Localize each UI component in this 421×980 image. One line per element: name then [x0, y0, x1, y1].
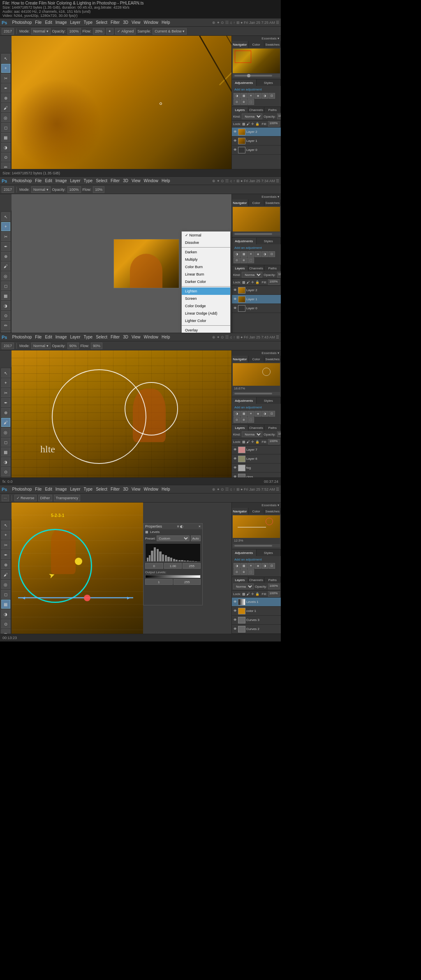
- tab-channels-3[interactable]: Channels: [248, 425, 265, 431]
- flow-value-2[interactable]: 10%: [93, 186, 104, 193]
- tool-dodge-2[interactable]: ⊙: [1, 311, 10, 320]
- menu-edit-1[interactable]: Edit: [45, 20, 52, 25]
- dither-cb-4[interactable]: Dither: [38, 495, 52, 501]
- opacity-value-1[interactable]: 100%: [67, 28, 81, 35]
- tab-adjustments-1[interactable]: Adjustments: [232, 79, 257, 86]
- preset-select-4[interactable]: Custom: [157, 535, 189, 541]
- tab-swatches-2[interactable]: Swatches: [264, 199, 281, 206]
- tool-lasso-2[interactable]: ⌖: [1, 222, 10, 231]
- eye-color1-4[interactable]: 👁: [233, 609, 237, 613]
- tool-blur-1[interactable]: ◑: [1, 143, 10, 152]
- tab-color-4[interactable]: Color: [248, 508, 265, 514]
- tab-color-1[interactable]: Color: [248, 41, 265, 48]
- adj-photo-1[interactable]: ⊙: [234, 99, 240, 105]
- tool-pen-3[interactable]: ✏: [1, 477, 10, 477]
- tab-adjustments-3[interactable]: Adjustments: [232, 397, 257, 404]
- nav-slider-3[interactable]: [233, 392, 280, 395]
- input-black-4[interactable]: 0: [145, 563, 163, 569]
- eye-clms-3[interactable]: 👁: [233, 475, 237, 478]
- tool-gradient-1[interactable]: ▦: [1, 133, 10, 142]
- adj-btn3-4[interactable]: ☀: [248, 563, 254, 569]
- adj-btn6-4[interactable]: ⊡: [268, 563, 275, 569]
- menu-image-4[interactable]: Image: [56, 487, 67, 491]
- adj-btn4-3[interactable]: ◈: [254, 411, 261, 417]
- menu-help-4[interactable]: Help: [162, 487, 170, 491]
- menu-layer-1[interactable]: Layer: [70, 20, 80, 25]
- tool-clone-2[interactable]: ◎: [1, 271, 10, 280]
- eye-fog-3[interactable]: 👁: [233, 466, 237, 470]
- fill-field-2[interactable]: 100%: [268, 279, 280, 285]
- adj-btn2-3[interactable]: ▦: [241, 411, 247, 417]
- adj-btn5-3[interactable]: ◑: [261, 411, 268, 417]
- eye-l2-2[interactable]: 👁: [233, 288, 237, 292]
- adj-levels-1[interactable]: ▦: [241, 93, 247, 99]
- menu-photoshop-1[interactable]: Photoshop: [12, 20, 32, 25]
- tab-paths-3[interactable]: Paths: [264, 425, 281, 431]
- canvas-thumb-2[interactable]: [113, 239, 179, 288]
- blend-dissolve-2[interactable]: Dissolve: [182, 239, 230, 246]
- aligned-cb-1[interactable]: ✓ Aligned: [115, 28, 136, 35]
- opacity-field-4[interactable]: 100%: [268, 584, 280, 589]
- menu-photoshop-2[interactable]: Photoshop: [12, 178, 32, 183]
- tool-brush-3[interactable]: 🖌: [1, 418, 10, 427]
- eye-curves2-4[interactable]: 👁: [233, 627, 237, 631]
- layer1-item-2[interactable]: 👁 Layer 1: [232, 295, 281, 304]
- fill-field-4[interactable]: 100%: [268, 591, 280, 597]
- adj-btn9-2[interactable]: ⬚: [248, 257, 254, 263]
- lock-image-1[interactable]: 🖌: [247, 122, 250, 126]
- menu-layer-3[interactable]: Layer: [70, 335, 80, 339]
- layer6-item-3[interactable]: 👁 Layer 6: [232, 454, 281, 463]
- color1-item-4[interactable]: 👁 color 1: [232, 607, 281, 616]
- fill-field-3[interactable]: 100%: [268, 439, 280, 445]
- adj-btn8-2[interactable]: ⊚: [241, 257, 247, 263]
- nav-slider-4[interactable]: [233, 544, 280, 547]
- menu-window-3[interactable]: Window: [143, 335, 158, 339]
- eye-layer2[interactable]: 👁: [233, 130, 237, 134]
- tool-move-2[interactable]: ↖: [1, 212, 10, 221]
- tool-eraser-4[interactable]: ◻: [1, 590, 10, 599]
- tool-pen-1[interactable]: ✏: [1, 162, 10, 169]
- auto-btn-4[interactable]: Auto: [191, 535, 201, 541]
- output-max-4[interactable]: 255: [173, 579, 201, 585]
- tool-heal-1[interactable]: ⊕: [1, 93, 10, 102]
- tab-layers-2[interactable]: Layers: [232, 265, 248, 271]
- menu-select-3[interactable]: Select: [96, 335, 107, 339]
- fill-field-1[interactable]: 100%: [268, 121, 280, 127]
- lock4-3[interactable]: 🔒: [255, 440, 259, 444]
- lock4-2[interactable]: 🔒: [255, 280, 259, 284]
- layer-item-layer0[interactable]: 👁 Layer 0: [232, 146, 281, 155]
- transparency-cb-4[interactable]: Transparency: [54, 495, 81, 501]
- tab-adjustments-4[interactable]: Adjustments: [232, 549, 257, 556]
- menu-layer-4[interactable]: Layer: [70, 487, 80, 491]
- tool-eyedropper-2[interactable]: ✒: [1, 242, 10, 251]
- lock3-4[interactable]: ✛: [251, 592, 254, 596]
- blend-mode-select-2[interactable]: Normal: [242, 272, 262, 278]
- flow-value-1[interactable]: 20%: [93, 28, 104, 35]
- nav-thumb-1[interactable]: [247, 74, 250, 77]
- adj-btn6-3[interactable]: ⊡: [268, 411, 275, 417]
- tool-move-3[interactable]: ↖: [1, 368, 10, 378]
- adj-btn3-3[interactable]: ☀: [248, 411, 254, 417]
- menu-window-4[interactable]: Window: [143, 487, 158, 491]
- fog-item-3[interactable]: 👁 fog: [232, 463, 281, 473]
- tool-pen-2[interactable]: ✏: [1, 321, 10, 330]
- tool-crop-2[interactable]: ✂: [1, 232, 10, 241]
- lock1-3[interactable]: ▩: [242, 440, 245, 444]
- adj-exposure-1[interactable]: ☀: [248, 93, 254, 99]
- tool-heal-2[interactable]: ⊕: [1, 252, 10, 261]
- adj-btn1-4[interactable]: ◑: [234, 563, 240, 569]
- adj-btn6-2[interactable]: ⊡: [268, 251, 275, 257]
- tool-eraser-2[interactable]: ◻: [1, 281, 10, 290]
- adj-btn1-3[interactable]: ◑: [234, 411, 240, 417]
- input-white-4[interactable]: 255: [183, 563, 201, 569]
- blend-mode-select-4[interactable]: Normal: [233, 584, 254, 589]
- tool-lasso-3[interactable]: ⌖: [1, 378, 10, 387]
- tab-navigator-2[interactable]: Navigator: [232, 199, 248, 206]
- tool-gradient-4[interactable]: ▦: [1, 600, 10, 609]
- tab-layers-1[interactable]: Layers: [232, 107, 248, 113]
- layer2-item-2[interactable]: 👁 Layer 2: [232, 286, 281, 295]
- eye-l7-3[interactable]: 👁: [233, 448, 237, 452]
- tool-brush-2[interactable]: 🖌: [1, 262, 10, 271]
- tab-styles-2[interactable]: Styles: [257, 238, 281, 244]
- blend-colordodge-2[interactable]: Color Dodge: [182, 302, 230, 310]
